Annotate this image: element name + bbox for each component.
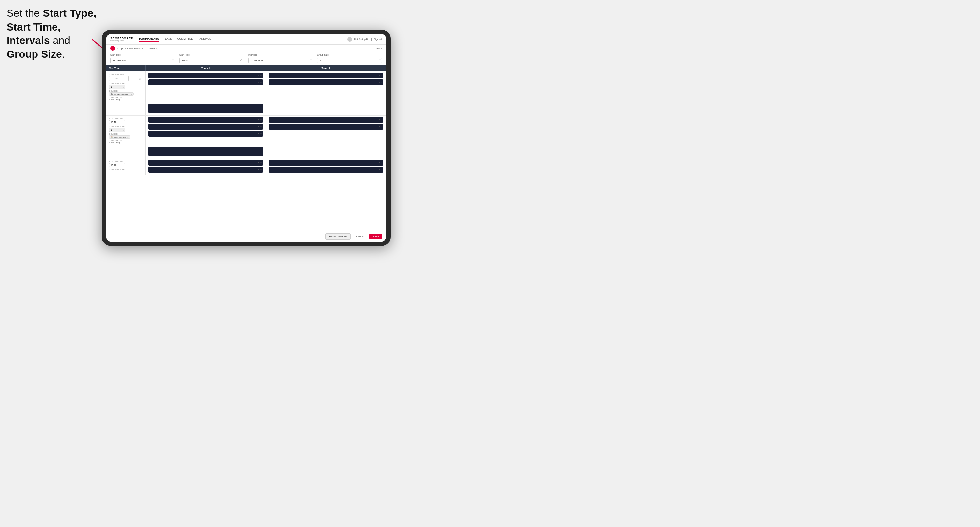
nav-committee[interactable]: COMMITTEE	[177, 37, 193, 42]
remove-group-1[interactable]: ○ Remove Group	[109, 97, 143, 98]
tournament-name[interactable]: Clippd Invitational (Mar)	[117, 47, 145, 50]
team1-course-row-1	[146, 102, 266, 115]
intervals-wrapper[interactable]: 10 Minutes	[248, 57, 313, 63]
team1-cell-1: ✕ ○ ✕ ○	[146, 71, 266, 102]
intervals-group: Intervals 10 Minutes	[248, 54, 313, 63]
group-row-1: STARTING TIME: STARTING HOLE: 1	[107, 71, 386, 102]
player-remove-2e: ✕ ○	[378, 125, 382, 128]
player-row-1a[interactable]: ✕ ○	[148, 73, 263, 78]
group-section-2: STARTING TIME: STARTING HOLE: 1	[107, 116, 386, 159]
tablet-frame: SCOREBOARD Powered by clipp.io TOURNAMEN…	[102, 30, 391, 246]
nav-rankings[interactable]: RANKINGS	[198, 37, 212, 42]
col-tee-time: Tee Time	[107, 65, 146, 71]
player-row-3a[interactable]: ✕ ○	[148, 160, 263, 166]
sign-out-link[interactable]: Sign out	[374, 38, 382, 40]
group-section-3: STARTING TIME: STARTING HOLE: ✕ ○ ✕ ○	[107, 159, 386, 175]
course-dot-1	[111, 93, 113, 95]
player-row-3b[interactable]: ✕ ○	[148, 167, 263, 173]
add-group-text-1: + Add Group	[109, 99, 120, 101]
back-button[interactable]: ‹ Back	[375, 47, 382, 50]
cancel-button[interactable]: Cancel	[353, 233, 368, 239]
remove-circle-icon-1: ○	[109, 97, 110, 98]
group-size-select[interactable]: 3	[317, 58, 382, 63]
player-row-2a[interactable]: ✕ ○	[148, 117, 263, 123]
breadcrumb-section: Hosting	[150, 47, 158, 50]
add-group-1[interactable]: + Add Group	[109, 99, 143, 101]
col-team2: Team 2	[266, 65, 386, 71]
player-remove-1b: ✕ ○	[258, 81, 262, 84]
starting-hole-select-2[interactable]: 1	[109, 128, 126, 132]
hole-select-2[interactable]: 1	[109, 128, 126, 132]
team2-cell-3: ✕ ○ ✕ ○	[266, 159, 386, 175]
player-remove-3d: ✕ ○	[378, 168, 382, 171]
add-group-2[interactable]: + Add Group	[109, 142, 143, 144]
group-size-group: Group Size 3	[317, 54, 382, 63]
hole-select-1[interactable]: 1	[109, 85, 126, 89]
player-remove-2c: ✕ ○	[258, 132, 262, 135]
player-row-2e[interactable]: ✕ ○	[269, 124, 383, 130]
player-row-1d[interactable]: ✕ ○	[269, 79, 383, 85]
starting-time-input-2[interactable]	[109, 120, 126, 124]
starting-hole-select-1[interactable]: 1	[109, 85, 126, 89]
starting-time-input-3[interactable]	[109, 163, 126, 167]
player-row-1b[interactable]: ✕ ○	[148, 79, 263, 85]
remove-group-2[interactable]: ○ Remove Group	[109, 140, 143, 141]
start-time-wrapper[interactable]	[179, 57, 244, 63]
start-time-label: Start Time	[179, 54, 244, 56]
course-remove-1[interactable]: ✕	[130, 93, 132, 95]
player-row-1c[interactable]: ✕ ○	[269, 73, 383, 78]
group-size-wrapper[interactable]: 3	[317, 57, 382, 63]
tee-info-spacer-1	[107, 102, 146, 115]
starting-time-input-wrapper-1[interactable]	[109, 76, 143, 81]
start-type-label: Start Type	[110, 54, 175, 56]
navbar: SCOREBOARD Powered by clipp.io TOURNAMEN…	[107, 34, 386, 44]
table-header: Tee Time Team 1 Team 2	[107, 65, 386, 71]
team2-course-row-1	[266, 102, 386, 115]
player-row-2c[interactable]: ✕ ○	[148, 130, 263, 137]
player-remove-1a: ✕ ○	[258, 74, 262, 77]
course-dark-row-2	[148, 147, 263, 156]
start-type-wrapper[interactable]: 1st Tee Start	[110, 57, 175, 63]
controls-bar: Start Type 1st Tee Start Start Time Inte…	[107, 52, 386, 65]
player-remove-2d: ✕ ○	[378, 119, 382, 121]
course-name-1: (A) Peachtree GC	[114, 93, 129, 95]
course-dark-row-1	[148, 104, 263, 113]
save-button[interactable]: Save	[369, 233, 382, 239]
course-tag-1: (A) Peachtree GC ✕	[109, 92, 134, 96]
starting-time-value-2	[109, 120, 143, 124]
instruction-line2: Start Time,	[6, 21, 61, 33]
course-tag-2: 🏠 East Lake GC ✕	[109, 135, 130, 139]
nav-teams[interactable]: TEAMS	[164, 37, 173, 42]
player-remove-3a: ✕ ○	[258, 162, 262, 164]
starting-time-label-1: STARTING TIME:	[109, 73, 143, 75]
nav-tournaments[interactable]: TOURNAMENTS	[138, 37, 159, 42]
team2-cell-2: ✕ ○ ✕ ○	[266, 116, 386, 145]
starting-hole-value-2: 1	[109, 128, 143, 132]
course-value-1: (A) Peachtree GC ✕	[109, 92, 143, 96]
starting-hole-label-2: STARTING HOLE:	[109, 125, 143, 127]
course-remove-2[interactable]: ✕	[127, 136, 129, 138]
starting-time-label-2: STARTING TIME:	[109, 118, 143, 120]
logo-sub: Powered by clipp.io	[110, 40, 133, 42]
tee-info-spacer-2	[107, 145, 146, 158]
player-remove-1c: ✕ ○	[378, 74, 382, 77]
intervals-label: Intervals	[248, 54, 313, 56]
start-time-input[interactable]	[179, 58, 244, 63]
player-row-2d[interactable]: ✕ ○	[269, 117, 383, 123]
course-icon-2: 🏠	[111, 136, 113, 138]
starting-time-input-1[interactable]	[109, 76, 129, 81]
starting-hole-label-1: STARTING HOLE:	[109, 83, 143, 84]
group-row-3: STARTING TIME: STARTING HOLE: ✕ ○ ✕ ○	[107, 159, 386, 175]
reset-changes-button[interactable]: Reset Changes	[325, 233, 351, 240]
start-time-group: Start Time	[179, 54, 244, 63]
intervals-select[interactable]: 10 Minutes	[248, 58, 313, 63]
team1-cell-3: ✕ ○ ✕ ○	[146, 159, 266, 175]
player-row-2b[interactable]: ✕ ○	[148, 124, 263, 130]
footer-bar: Reset Changes Cancel Save	[107, 231, 386, 241]
player-row-3d[interactable]: ✕ ○	[269, 167, 383, 173]
start-type-select[interactable]: 1st Tee Start	[110, 58, 175, 63]
player-remove-3b: ✕ ○	[258, 168, 262, 171]
team2-cell-1: ✕ ○ ✕ ○	[266, 71, 386, 102]
course-row-group-2	[107, 145, 386, 158]
player-row-3c[interactable]: ✕ ○	[269, 160, 383, 166]
